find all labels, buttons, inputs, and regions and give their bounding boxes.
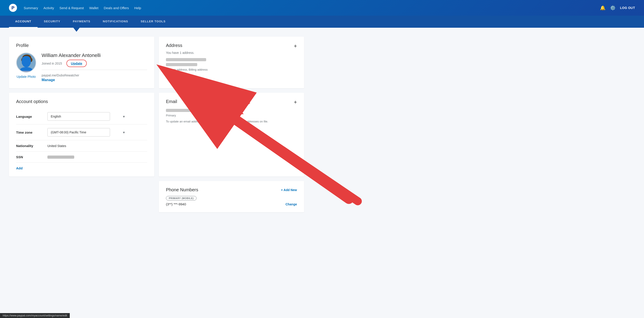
profile-info: William Alexander Antonelli Joined in 20… xyxy=(42,52,147,82)
phone-badge: PRIMARY (MOBILE) xyxy=(166,196,196,200)
nav-right: 🔔 ⚙️ LOG OUT xyxy=(600,5,635,10)
subnav-security[interactable]: SECURITY xyxy=(38,16,67,28)
address-blur-line-1 xyxy=(166,58,206,61)
ssn-label: SSN xyxy=(16,155,48,159)
avatar xyxy=(16,52,36,73)
nav-indicator xyxy=(0,28,644,32)
add-email-icon[interactable]: + xyxy=(294,99,297,105)
language-row: Language English ▾ xyxy=(16,109,147,124)
ssn-blur xyxy=(48,156,74,159)
subnav-account[interactable]: ACCOUNT xyxy=(9,16,38,28)
svg-point-5 xyxy=(21,58,25,62)
nationality-row: Nationality United States xyxy=(16,140,147,152)
nav-help[interactable]: Help xyxy=(134,5,141,11)
avatar-image xyxy=(17,53,36,72)
svg-point-2 xyxy=(20,67,34,72)
phone-card: Phone Numbers + Add New PRIMARY (MOBILE)… xyxy=(159,181,304,212)
email-header: Email + xyxy=(166,99,297,105)
language-select[interactable]: English xyxy=(48,112,110,121)
ssn-row: SSN xyxy=(16,152,147,163)
timezone-select-wrapper: (GMT-08:00) Pacific Time ▾ xyxy=(48,128,147,137)
language-label: Language xyxy=(16,115,48,118)
timezone-chevron-icon: ▾ xyxy=(123,130,125,135)
address-card: Address + You have 1 address. Primary ad… xyxy=(159,37,304,88)
profile-title: Profile xyxy=(16,43,147,48)
manage-link[interactable]: Manage xyxy=(42,78,55,82)
svg-point-6 xyxy=(29,58,32,62)
email-card: Email + Primary To update an email addre… xyxy=(159,93,304,177)
nav-summary[interactable]: Summary xyxy=(24,5,38,11)
nav-deals[interactable]: Deals and Offers xyxy=(104,5,129,11)
email-blur xyxy=(166,109,211,112)
profile-card: Profile xyxy=(9,37,154,88)
address-tag: Primary address, Billing address xyxy=(166,68,297,71)
subnav-payments[interactable]: PAYMENTS xyxy=(67,16,96,28)
nationality-label: Nationality xyxy=(16,144,48,148)
profile-section: Update Photo William Alexander Antonelli… xyxy=(16,52,147,82)
svg-point-1 xyxy=(23,56,31,64)
bell-icon[interactable]: 🔔 xyxy=(600,5,606,10)
address-header: Address + xyxy=(166,43,297,49)
nav-wallet[interactable]: Wallet xyxy=(89,5,98,11)
add-address-icon[interactable]: + xyxy=(294,43,297,49)
address-title: Address xyxy=(166,43,182,48)
svg-point-4 xyxy=(22,54,31,61)
update-button[interactable]: Update xyxy=(66,60,87,67)
join-date: Joined in 2015 xyxy=(42,62,62,65)
email-primary-tag: Primary xyxy=(166,114,297,117)
nav-activity[interactable]: Activity xyxy=(44,5,54,11)
sub-navigation: ACCOUNT SECURITY PAYMENTS NOTIFICATIONS … xyxy=(0,16,644,28)
profile-name: William Alexander Antonelli xyxy=(42,52,147,58)
add-link[interactable]: Add xyxy=(16,166,22,170)
email-note: To update an email address you must have… xyxy=(166,119,297,124)
timezone-select[interactable]: (GMT-08:00) Pacific Time xyxy=(48,128,110,137)
logout-button[interactable]: LOG OUT xyxy=(620,6,635,9)
timezone-label: Time zone xyxy=(16,130,48,134)
avatar-container: Update Photo xyxy=(16,52,36,78)
timezone-row: Time zone (GMT-08:00) Pacific Time ▾ xyxy=(16,124,147,140)
subnav-notifications[interactable]: NOTIFICATIONS xyxy=(96,16,134,28)
language-chevron-icon: ▾ xyxy=(123,114,125,119)
address-blur-line-2 xyxy=(166,63,197,66)
top-navigation: P Summary Activity Send & Request Wallet… xyxy=(0,0,644,16)
account-options-title: Account options xyxy=(16,99,147,104)
paypal-link-text: paypal.me/DubsRewatcher xyxy=(42,73,147,77)
phone-row: (3**) ***-9940 Change xyxy=(166,202,297,206)
add-new-phone-button[interactable]: + Add New xyxy=(281,188,297,192)
nav-links: Summary Activity Send & Request Wallet D… xyxy=(24,5,600,11)
update-photo-link[interactable]: Update Photo xyxy=(16,75,36,78)
nav-send-request[interactable]: Send & Request xyxy=(60,5,84,11)
manage-addresses-link[interactable]: Manage all addresses xyxy=(166,75,198,79)
svg-point-3 xyxy=(23,56,31,64)
phone-header: Phone Numbers + Add New xyxy=(166,187,297,192)
nationality-value: United States xyxy=(48,144,66,148)
join-date-row: Joined in 2015 Update xyxy=(42,60,147,70)
phone-title: Phone Numbers xyxy=(166,187,198,192)
language-select-wrapper: English ▾ xyxy=(48,112,147,121)
settings-icon[interactable]: ⚙️ xyxy=(610,5,616,10)
subnav-seller-tools[interactable]: SELLER TOOLS xyxy=(134,16,172,28)
email-title: Email xyxy=(166,99,177,104)
address-subtitle: You have 1 address. xyxy=(166,51,297,54)
svg-point-0 xyxy=(17,53,36,72)
account-options-card: Account options Language English ▾ Time … xyxy=(9,93,154,177)
phone-number: (3**) ***-9940 xyxy=(166,202,186,206)
change-phone-link[interactable]: Change xyxy=(286,202,297,206)
paypal-logo: P xyxy=(9,4,17,12)
main-content: Profile xyxy=(0,32,313,217)
